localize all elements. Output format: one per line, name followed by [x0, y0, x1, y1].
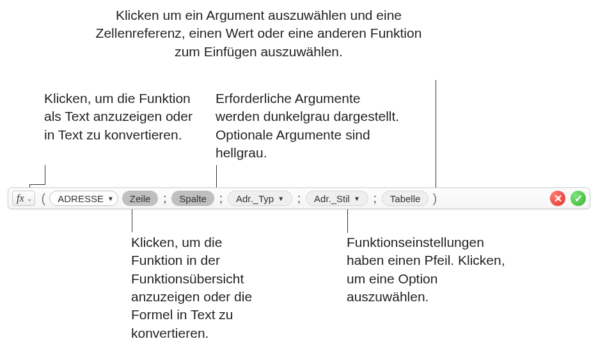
arg-table-label: Tabelle	[390, 193, 421, 204]
leader-show-as-text	[45, 165, 45, 184]
callout-show-as-text: Klicken, um die Funktion als Text anzuze…	[44, 90, 204, 144]
arg-separator: ;	[296, 192, 302, 205]
arg-adr-type[interactable]: Adr._Typ ▼	[228, 191, 292, 206]
chevron-down-icon: ⌄	[27, 195, 32, 202]
arg-adr-style-label: Adr._Stil	[314, 193, 350, 204]
leader-show-as-text-h	[29, 184, 45, 185]
paren-close: )	[432, 191, 437, 206]
callout-select-argument: Klicken um ein Argument auszuwählen und …	[81, 6, 436, 61]
arg-separator: ;	[372, 192, 378, 205]
paren-open: (	[42, 191, 46, 206]
callout-required-optional: Erforderliche Argumente werden dunkelgra…	[216, 90, 401, 162]
arg-separator: ;	[218, 192, 224, 205]
confirm-button[interactable]: ✓	[570, 191, 586, 206]
formula-token-area[interactable]: ( ADRESSE ▼ Zeile ; Spalte ; Adr._Typ ▼ …	[38, 189, 544, 207]
leader-required-optional	[216, 165, 217, 189]
cancel-button[interactable]: ✕	[550, 191, 565, 206]
function-name-label: ADRESSE	[58, 193, 104, 204]
dropdown-triangle-icon: ▼	[107, 195, 114, 202]
callout-function-overview: Klicken, um die Funktion in der Funktion…	[131, 233, 275, 342]
leader-select-argument	[436, 80, 436, 189]
dropdown-triangle-icon: ▼	[354, 195, 360, 202]
arg-adr-style[interactable]: Adr._Stil ▼	[306, 191, 368, 206]
callout-function-settings: Funktionseinstellungen haben einen Pfeil…	[347, 233, 507, 306]
arg-separator: ;	[162, 192, 168, 205]
arg-adr-type-label: Adr._Typ	[236, 193, 274, 204]
fx-icon: fx	[17, 193, 24, 204]
arg-row[interactable]: Zeile	[122, 191, 159, 206]
dropdown-triangle-icon: ▼	[278, 195, 284, 202]
fx-menu-button[interactable]: fx ⌄	[12, 191, 35, 206]
leader-function-settings	[347, 207, 348, 233]
arg-column-label: Spalte	[179, 193, 207, 204]
arg-row-label: Zeile	[130, 193, 151, 204]
arg-table[interactable]: Tabelle	[382, 191, 429, 206]
formula-editor-bar: fx ⌄ ( ADRESSE ▼ Zeile ; Spalte ; Adr._T…	[8, 187, 590, 209]
close-icon: ✕	[554, 193, 562, 205]
formula-action-buttons: ✕ ✓	[550, 191, 586, 206]
leader-function-overview	[132, 207, 132, 232]
arg-column[interactable]: Spalte	[171, 191, 214, 206]
function-name-token[interactable]: ADRESSE ▼	[49, 191, 118, 206]
check-icon: ✓	[574, 193, 583, 205]
